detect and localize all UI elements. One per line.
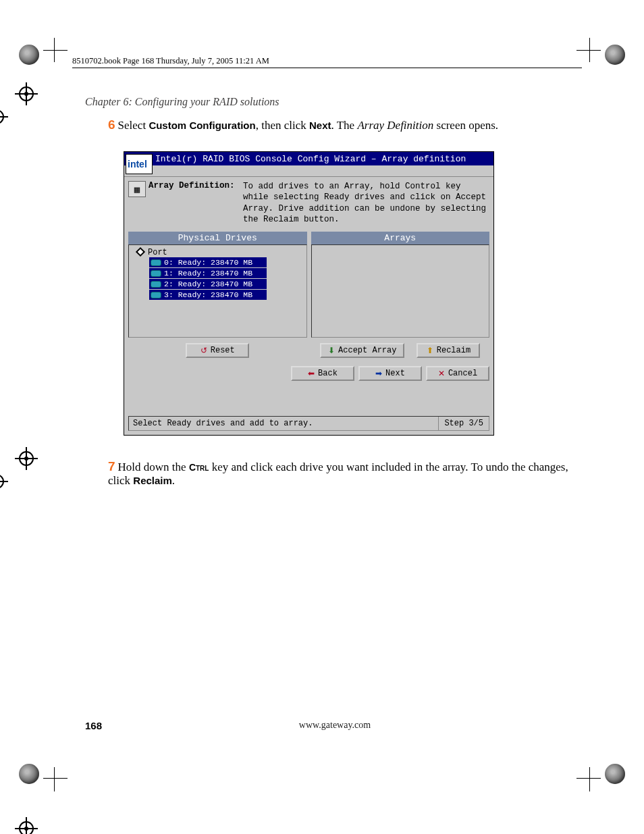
- cancel-button[interactable]: ✕Cancel: [426, 366, 489, 381]
- up-arrow-icon: ⬆: [427, 346, 433, 355]
- registration-mark-icon: [15, 817, 38, 834]
- status-text: Select Ready drives and add to array.: [129, 419, 438, 428]
- instruction-row: ▦ Array Definition: To add drives to an …: [124, 177, 493, 232]
- reset-button[interactable]: ↺Reset: [186, 343, 249, 358]
- page-number: 168: [85, 720, 102, 731]
- window-titlebar: intel Intel(r) RAID BIOS Console Config …: [124, 152, 493, 165]
- drive-icon: [151, 270, 161, 277]
- window-title: Intel(r) RAID BIOS Console Config Wizard…: [155, 154, 466, 164]
- next-arrow-icon: ➡: [375, 369, 382, 378]
- reset-icon: ↺: [200, 346, 207, 355]
- crop-ornament: [19, 764, 39, 784]
- drive-icon: [151, 259, 161, 266]
- drive-icon: [151, 292, 161, 298]
- status-bar: Select Ready drives and add to array. St…: [128, 416, 489, 431]
- drive-item[interactable]: 2: Ready: 238470 MB: [149, 279, 267, 289]
- crop-ornament: [605, 764, 625, 784]
- close-icon: ✕: [438, 369, 445, 378]
- step-text: Hold down the Ctrl key and click each dr…: [108, 461, 568, 487]
- registration-mark-icon: [0, 470, 8, 493]
- running-header: 8510702.book Page 168 Thursday, July 7, …: [72, 56, 269, 66]
- arrays-area: [311, 244, 490, 338]
- chapter-title: Chapter 6: Configuring your RAID solutio…: [85, 96, 279, 108]
- back-arrow-icon: ⬅: [308, 369, 315, 378]
- instruction-label: Array Definition:: [149, 181, 243, 225]
- instruction-text: To add drives to an Array, hold Control …: [243, 181, 489, 225]
- registration-mark-icon: [15, 447, 38, 470]
- drive-item[interactable]: 1: Ready: 238470 MB: [149, 268, 267, 278]
- drive-icon: [151, 281, 161, 288]
- physical-drives-panel: Physical Drives Port 0: Ready: 238470 MB…: [128, 232, 307, 363]
- step-number: 7: [108, 459, 115, 473]
- footer-url: www.gateway.com: [299, 720, 371, 731]
- step-indicator: Step 3/5: [438, 417, 489, 430]
- step-6: 6 Select Custom Configuration, then clic…: [108, 118, 581, 132]
- array-icon: ▦: [128, 181, 146, 197]
- reclaim-button[interactable]: ⬆Reclaim: [417, 343, 480, 358]
- port-label: Port: [148, 248, 167, 257]
- wizard-nav: ⬅Back ➡Next ✕Cancel: [128, 366, 489, 381]
- next-button[interactable]: ➡Next: [358, 366, 422, 381]
- panel-header: Physical Drives: [128, 232, 307, 244]
- toolbar-strip: [124, 165, 493, 177]
- page-footer: 168 www.gateway.com: [85, 720, 585, 732]
- drive-item[interactable]: 3: Ready: 238470 MB: [149, 290, 267, 300]
- accept-array-button[interactable]: ⬇Accept Array: [320, 343, 404, 358]
- panel-header: Arrays: [311, 232, 490, 244]
- registration-mark-icon: [0, 105, 8, 128]
- header-rule: [72, 68, 582, 68]
- registration-mark-icon: [15, 82, 38, 105]
- screenshot-array-definition: intel Intel(r) RAID BIOS Console Config …: [124, 151, 494, 436]
- back-button[interactable]: ⬅Back: [291, 366, 354, 381]
- drive-item[interactable]: 0: Ready: 238470 MB: [149, 257, 267, 267]
- intel-logo-icon: intel: [126, 154, 153, 174]
- step-text: Select Custom Configuration, then click …: [118, 119, 499, 132]
- step-7: 7 Hold down the Ctrl key and click each …: [108, 459, 581, 488]
- step-number: 6: [108, 118, 115, 132]
- ctrl-key: Ctrl: [189, 462, 209, 473]
- down-arrow-icon: ⬇: [328, 346, 335, 355]
- drive-tree[interactable]: Port 0: Ready: 238470 MB 1: Ready: 23847…: [128, 244, 307, 338]
- crop-ornament: [19, 45, 39, 65]
- port-icon: [136, 247, 145, 257]
- crop-ornament: [605, 45, 625, 65]
- arrays-panel: Arrays ⬇Accept Array ⬆Reclaim: [311, 232, 490, 363]
